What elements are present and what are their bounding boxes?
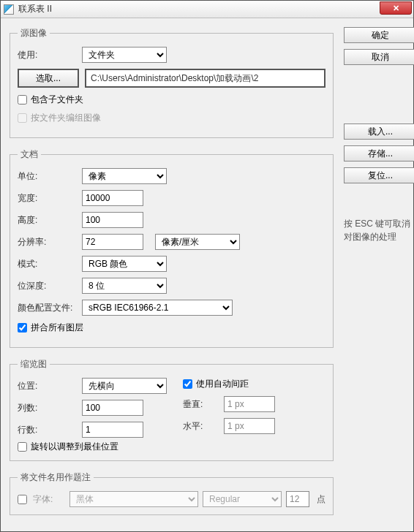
mode-combo[interactable]: RGB 颜色: [82, 256, 167, 272]
right-column: 确定 取消 载入... 存储... 复位... 按 ESC 键可取消 对图像的处…: [344, 27, 414, 515]
ok-button[interactable]: 确定: [344, 27, 414, 43]
place-label: 位置:: [18, 380, 82, 392]
width-label: 宽度:: [18, 192, 82, 205]
left-column: 源图像 使用: 文件夹 选取... C:\Users\Administrator…: [10, 27, 334, 515]
path-display: C:\Users\Administrator\Desktop\加载动画\2: [85, 69, 325, 88]
include-subfolders-check[interactable]: 包含子文件夹: [18, 94, 325, 106]
rows-label: 行数:: [18, 424, 82, 436]
close-button[interactable]: ✕: [380, 1, 412, 15]
autospace-checkbox[interactable]: [183, 379, 192, 389]
flatten-label: 拼合所有图层: [31, 322, 83, 334]
autospace-check[interactable]: 使用自动间距: [183, 378, 249, 390]
thumbnail-legend: 缩览图: [18, 358, 50, 370]
width-input[interactable]: [82, 190, 143, 206]
app-icon: [4, 4, 14, 15]
source-legend: 源图像: [18, 27, 50, 39]
titlebar: 联系表 II ✕: [1, 1, 413, 18]
font-size-input: [286, 491, 309, 507]
group-by-folder-check: 按文件夹编组图像: [18, 112, 325, 124]
document-group: 文档 单位: 像素 宽度: 高度: 分辨率:: [10, 148, 334, 348]
rotate-label: 旋转以调整到最佳位置: [31, 441, 118, 453]
height-input[interactable]: [82, 212, 143, 228]
dialog-window: 联系表 II ✕ 源图像 使用: 文件夹 选取... C:\Users\Admi…: [0, 0, 414, 532]
unit-label: 单位:: [18, 170, 82, 183]
choose-button[interactable]: 选取...: [18, 69, 79, 88]
profile-combo[interactable]: sRGB IEC61966-2.1: [82, 300, 233, 316]
source-group: 源图像 使用: 文件夹 选取... C:\Users\Administrator…: [10, 27, 334, 138]
font-style-combo: Regular: [203, 491, 282, 507]
caption-group: 将文件名用作题注 字体: 黑体 Regular 点: [10, 471, 334, 515]
caption-legend: 将文件名用作题注: [18, 471, 94, 484]
include-subfolders-checkbox[interactable]: [18, 95, 27, 104]
vert-input: [224, 396, 275, 412]
include-subfolders-label: 包含子文件夹: [31, 94, 83, 106]
group-by-folder-checkbox: [18, 113, 27, 123]
client-area: 源图像 使用: 文件夹 选取... C:\Users\Administrator…: [1, 18, 413, 522]
res-input[interactable]: [82, 234, 143, 250]
rows-input[interactable]: [82, 422, 143, 438]
font-face-combo: 黑体: [69, 491, 198, 507]
caption-enable-checkbox[interactable]: [18, 495, 27, 504]
flatten-check[interactable]: 拼合所有图层: [18, 322, 325, 334]
font-label: 字体:: [33, 493, 65, 506]
res-label: 分辨率:: [18, 236, 82, 248]
reset-button[interactable]: 复位...: [344, 167, 414, 183]
cols-label: 列数:: [18, 402, 82, 414]
rotate-checkbox[interactable]: [18, 442, 27, 452]
rotate-check[interactable]: 旋转以调整到最佳位置: [18, 441, 325, 453]
thumbnail-group: 缩览图 位置: 先横向 列数:: [10, 358, 334, 461]
depth-label: 位深度:: [18, 280, 82, 292]
profile-label: 颜色配置文件:: [18, 302, 82, 314]
save-button[interactable]: 存储...: [344, 145, 414, 162]
cancel-button[interactable]: 取消: [344, 49, 414, 65]
place-combo[interactable]: 先横向: [82, 378, 167, 394]
res-unit-combo[interactable]: 像素/厘米: [155, 234, 240, 250]
unit-combo[interactable]: 像素: [82, 168, 167, 184]
pt-label: 点: [317, 493, 325, 506]
cols-input[interactable]: [82, 400, 143, 416]
window-title: 联系表 II: [18, 3, 52, 15]
load-button[interactable]: 载入...: [344, 123, 414, 140]
vert-label: 垂直:: [183, 398, 224, 411]
height-label: 高度:: [18, 214, 82, 227]
flatten-checkbox[interactable]: [18, 323, 27, 332]
use-combo[interactable]: 文件夹: [82, 47, 167, 63]
depth-combo[interactable]: 8 位: [82, 278, 167, 294]
horz-input: [224, 418, 275, 434]
autospace-label: 使用自动间距: [196, 378, 249, 390]
document-legend: 文档: [18, 148, 41, 161]
use-label: 使用:: [18, 49, 82, 61]
group-by-folder-label: 按文件夹编组图像: [31, 112, 101, 124]
horz-label: 水平:: [183, 420, 224, 433]
esc-hint: 按 ESC 键可取消 对图像的处理: [344, 217, 414, 243]
mode-label: 模式:: [18, 258, 82, 270]
